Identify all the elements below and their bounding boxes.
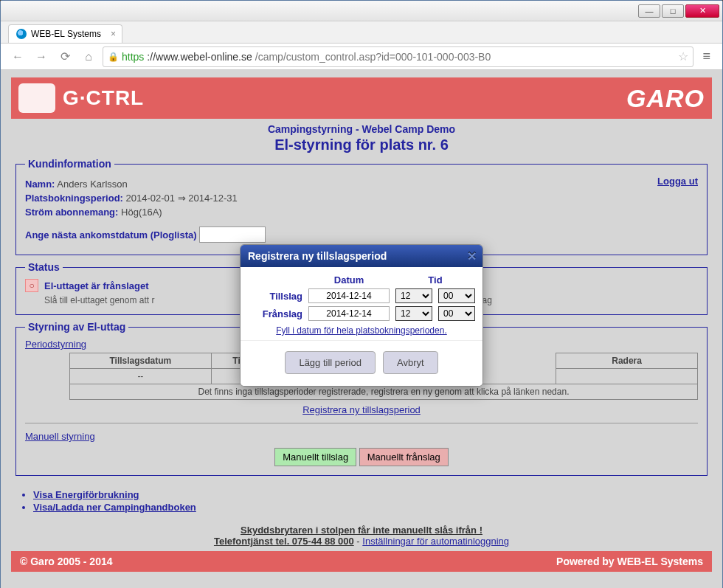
url-path: /camp/custom_control.asp?id=000-101-000-… bbox=[255, 51, 491, 63]
brand-left-logo: G·CTRL bbox=[63, 86, 144, 110]
dialog-col-date: Datum bbox=[308, 274, 390, 286]
url-host: ://www.webel-online.se bbox=[147, 51, 252, 63]
col-on-date: Tillslagsdatum bbox=[70, 353, 212, 369]
footer-bar: © Garo 2005 - 2014 Powered by WEB-EL Sys… bbox=[11, 551, 712, 572]
dialog-on-hour-select[interactable]: 12 bbox=[395, 288, 432, 303]
dialog-row-on-label: Tillslag bbox=[251, 291, 302, 302]
dialog-close-icon[interactable]: ✕ bbox=[467, 249, 477, 263]
booking-period-value: 2014-02-01 ⇒ 2014-12-31 bbox=[126, 193, 238, 204]
lock-icon: 🔒 bbox=[108, 52, 119, 62]
dialog-off-minute-select[interactable]: 00 bbox=[438, 306, 475, 321]
register-period-link[interactable]: Registrera ny tillslagsperiod bbox=[302, 404, 421, 415]
arrival-label: Ange nästa ankomstdatum (Ploglista) bbox=[25, 229, 197, 241]
nav-back-button[interactable]: ← bbox=[8, 47, 27, 66]
footer-phone: Telefontjänst tel. 075-44 88 000 bbox=[214, 536, 354, 547]
tab-close-icon[interactable]: × bbox=[111, 29, 116, 39]
arrival-date-input[interactable] bbox=[199, 226, 266, 243]
customer-info-legend: Kundinformation bbox=[25, 158, 114, 170]
logout-link[interactable]: Logga ut bbox=[657, 176, 698, 187]
register-period-dialog: Registrera ny tillslagsperiod ✕ Datum Ti… bbox=[240, 244, 483, 387]
divider bbox=[25, 423, 698, 423]
name-label: Namn: bbox=[25, 179, 55, 190]
dialog-add-period-button[interactable]: Lägg till period bbox=[285, 351, 376, 374]
manual-off-button[interactable]: Manuellt frånslag bbox=[359, 448, 449, 466]
customer-info-fieldset: Kundinformation Logga ut Namn: Anders Ka… bbox=[15, 158, 708, 255]
manual-on-button[interactable]: Manuellt tillslag bbox=[274, 448, 356, 466]
window-titlebar: — □ ✕ bbox=[1, 1, 722, 21]
dialog-on-minute-select[interactable]: 00 bbox=[438, 288, 475, 303]
subscription-label: Ström abonnemang: bbox=[25, 207, 118, 218]
url-scheme: https bbox=[122, 51, 144, 63]
table-cell-empty: -- bbox=[70, 369, 212, 384]
brand-banner: G·CTRL GARO bbox=[11, 77, 712, 119]
browser-tabstrip: WEB-EL Systems × bbox=[1, 21, 722, 44]
name-value: Anders Karlsson bbox=[57, 179, 127, 190]
browser-toolbar: ← → ⟳ ⌂ 🔒 https ://www.webel-online.se /… bbox=[1, 44, 722, 70]
subscription-value: Hög(16A) bbox=[121, 207, 162, 218]
status-off-icon: ○ bbox=[25, 279, 38, 292]
page-subtitle: Campingstyrning - Webel Camp Demo bbox=[11, 119, 712, 136]
nav-home-button[interactable]: ⌂ bbox=[79, 47, 98, 66]
dialog-off-hour-select[interactable]: 12 bbox=[395, 306, 432, 321]
dialog-off-date-input[interactable] bbox=[308, 306, 390, 321]
bookmark-star-icon[interactable]: ☆ bbox=[678, 49, 688, 63]
status-legend: Status bbox=[25, 261, 63, 273]
manual-control-link[interactable]: Manuell styrning bbox=[25, 431, 95, 442]
footer-links: Visa Energiförbrukning Visa/Ladda ner Ca… bbox=[11, 482, 712, 520]
status-text: El-uttaget är frånslaget bbox=[44, 280, 149, 291]
footer-warning: Skyddsbrytaren i stolpen får inte manuel… bbox=[241, 525, 482, 536]
browser-menu-button[interactable]: ≡ bbox=[698, 49, 715, 64]
download-handbook-link[interactable]: Visa/Ladda ner Campinghandboken bbox=[33, 502, 196, 513]
energy-usage-link[interactable]: Visa Energiförbrukning bbox=[33, 489, 139, 500]
nav-forward-button[interactable]: → bbox=[32, 47, 51, 66]
col-delete: Radera bbox=[556, 353, 698, 369]
window-minimize-button[interactable]: — bbox=[638, 4, 660, 18]
footer-dash: - bbox=[354, 536, 363, 547]
window-maximize-button[interactable]: □ bbox=[662, 4, 684, 18]
footer-powered: Powered by WEB-EL Systems bbox=[556, 556, 703, 567]
booking-period-label: Platsbokningsperiod: bbox=[25, 193, 123, 204]
status-help-pre: Slå till el-uttaget genom att r bbox=[44, 295, 154, 305]
dialog-on-date-input[interactable] bbox=[308, 288, 390, 303]
dialog-row-off-label: Frånslag bbox=[251, 308, 302, 319]
nav-reload-button[interactable]: ⟳ bbox=[55, 47, 75, 66]
period-control-link[interactable]: Periodstyrning bbox=[25, 339, 86, 350]
favicon-icon bbox=[16, 29, 27, 39]
brand-icon bbox=[18, 83, 55, 113]
dialog-title: Registrera ny tillslagsperiod ✕ bbox=[241, 245, 482, 267]
autologin-settings-link[interactable]: Inställningar för automatinloggning bbox=[362, 536, 509, 547]
page-title: El-styrning för plats nr. 6 bbox=[11, 136, 712, 158]
control-legend: Styrning av El-uttag bbox=[25, 321, 128, 333]
address-bar[interactable]: 🔒 https ://www.webel-online.se /camp/cus… bbox=[103, 46, 693, 67]
brand-right-logo: GARO bbox=[626, 84, 705, 113]
dialog-title-text: Registrera ny tillslagsperiod bbox=[248, 250, 387, 262]
footer-copyright: © Garo 2005 - 2014 bbox=[20, 556, 113, 567]
dialog-col-time: Tid bbox=[395, 274, 475, 286]
dialog-fill-dates-link[interactable]: Fyll i datum för hela platsbokningsperio… bbox=[276, 325, 446, 336]
window-close-button[interactable]: ✕ bbox=[685, 4, 719, 18]
dialog-cancel-button[interactable]: Avbryt bbox=[383, 351, 438, 374]
tab-title: WEB-EL Systems bbox=[31, 29, 101, 39]
browser-tab[interactable]: WEB-EL Systems × bbox=[8, 24, 122, 43]
